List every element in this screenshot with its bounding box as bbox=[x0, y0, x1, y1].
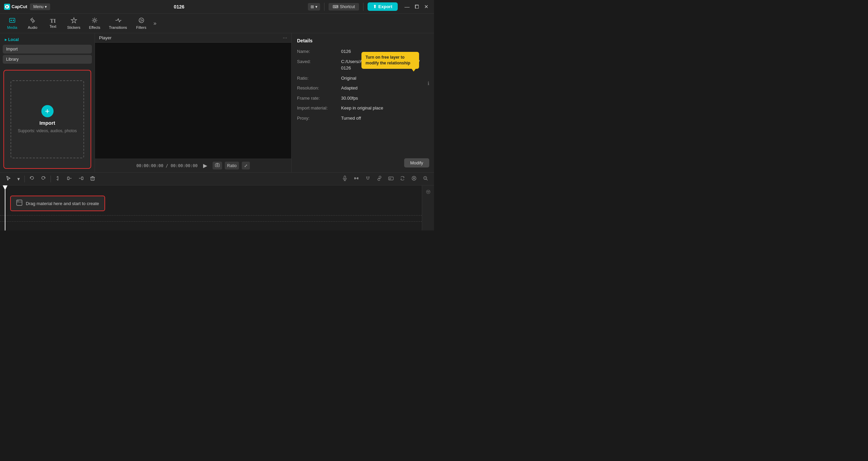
tool-audio[interactable]: Audio bbox=[23, 16, 42, 31]
close-button[interactable]: ✕ bbox=[423, 3, 430, 11]
svg-line-31 bbox=[427, 179, 428, 181]
detail-key-resolution: Resolution: bbox=[297, 85, 341, 92]
tool-stickers[interactable]: Stickers bbox=[64, 16, 84, 31]
tool-effects[interactable]: Effects bbox=[85, 16, 104, 31]
layout-button[interactable]: ⊞ ▾ bbox=[308, 3, 320, 11]
detail-key-name: Name: bbox=[297, 48, 341, 55]
tool-transitions[interactable]: Transitions bbox=[105, 16, 130, 31]
audio-label: Audio bbox=[28, 25, 37, 29]
import-area[interactable]: + Import Supports: videos, audios, photo… bbox=[3, 70, 91, 169]
main-content: ▸ Local Import Library + Import Supports… bbox=[0, 33, 434, 172]
tool-text[interactable]: TI Text bbox=[43, 17, 62, 30]
svg-rect-32 bbox=[17, 200, 22, 205]
detail-key-saved: Saved: bbox=[297, 58, 341, 72]
detail-row-framerate: Frame rate: 30.00fps bbox=[297, 95, 429, 102]
svg-rect-8 bbox=[67, 177, 69, 180]
svg-point-6 bbox=[217, 164, 218, 166]
minimize-button[interactable]: — bbox=[403, 3, 411, 11]
detail-key-proxy: Proxy: bbox=[297, 116, 341, 121]
export-label: Export bbox=[378, 4, 392, 9]
player-viewport bbox=[95, 43, 291, 159]
delete-button[interactable] bbox=[88, 175, 97, 183]
app-name: CapCut bbox=[12, 4, 27, 9]
import-dropzone[interactable]: + Import Supports: videos, audios, photo… bbox=[11, 80, 84, 158]
svg-rect-20 bbox=[357, 177, 358, 179]
player-title: Player bbox=[99, 35, 112, 40]
import-plus-icon: + bbox=[41, 105, 54, 117]
player-right-buttons: Ratio ⤢ bbox=[213, 162, 250, 169]
filters-icon bbox=[138, 17, 145, 25]
mic-button[interactable] bbox=[340, 175, 349, 183]
split-button[interactable] bbox=[54, 175, 62, 183]
audio-icon bbox=[29, 17, 36, 25]
svg-rect-5 bbox=[215, 164, 219, 167]
player-controls: 00:00:00:00 / 00:00:00:00 ▶ Ratio ⤢ bbox=[95, 159, 291, 172]
svg-rect-19 bbox=[354, 177, 356, 179]
redo-button[interactable] bbox=[39, 175, 48, 183]
capcut-logo bbox=[4, 4, 10, 10]
play-button[interactable]: ▶ bbox=[203, 162, 207, 169]
caption-button[interactable] bbox=[387, 175, 395, 183]
snap-button[interactable] bbox=[352, 175, 361, 183]
player-menu-icon[interactable]: ⋯ bbox=[283, 35, 287, 40]
tooltip-bubble: Turn on free layer to modify the relatio… bbox=[361, 52, 419, 69]
title-bar: CapCut Menu ▾ 0126 ⊞ ▾ ⌨ Shortcut ⬆ Expo… bbox=[0, 0, 434, 14]
link-button[interactable] bbox=[375, 175, 384, 183]
tool-media[interactable]: Media bbox=[3, 16, 22, 31]
timeline-content: Drag material here and start to create bbox=[0, 185, 434, 230]
shortcut-button[interactable]: ⌨ Shortcut bbox=[329, 3, 359, 11]
filters-label: Filters bbox=[136, 25, 146, 29]
timeline-settings-btn[interactable] bbox=[425, 188, 432, 197]
stickers-icon bbox=[71, 17, 77, 25]
screenshot-btn[interactable] bbox=[213, 162, 222, 169]
undo-button[interactable] bbox=[27, 175, 36, 183]
guide-line-2 bbox=[0, 221, 422, 222]
detail-row-proxy: Proxy: Turned off bbox=[297, 115, 429, 121]
detail-val-importmaterial: Keep in original place bbox=[341, 105, 383, 112]
local-arrow: ▸ bbox=[5, 37, 7, 42]
magnet-button[interactable] bbox=[363, 175, 372, 183]
menu-button[interactable]: Menu ▾ bbox=[30, 3, 50, 10]
svg-point-3 bbox=[94, 19, 96, 21]
details-panel: Details Name: 0126 Saved: C:/Users/Admin… bbox=[292, 33, 434, 172]
ratio-btn[interactable]: Ratio bbox=[225, 162, 239, 169]
timeline-right-tools bbox=[340, 175, 430, 183]
info-icon[interactable]: ℹ bbox=[428, 81, 429, 86]
divider-1 bbox=[24, 176, 25, 182]
transitions-icon bbox=[115, 17, 121, 25]
left-nav: ▸ Local Import Library bbox=[0, 33, 95, 66]
media-icon bbox=[9, 17, 16, 25]
divider-2 bbox=[51, 176, 51, 182]
media-label: Media bbox=[7, 25, 17, 29]
drag-drop-zone[interactable]: Drag material here and start to create bbox=[10, 196, 105, 211]
modify-button[interactable]: Modify bbox=[404, 158, 429, 167]
tooltip-text: Turn on free layer to modify the relatio… bbox=[366, 55, 410, 65]
export-button[interactable]: ⬆ Export bbox=[368, 2, 398, 11]
loop-button[interactable] bbox=[398, 175, 407, 183]
trim-end-button[interactable] bbox=[77, 175, 85, 183]
fullscreen-btn[interactable]: ⤢ bbox=[242, 162, 250, 169]
svg-point-1 bbox=[11, 20, 12, 21]
drag-zone-icon bbox=[16, 200, 22, 207]
player-panel: Player ⋯ 00:00:00:00 / 00:00:00:00 ▶ Rat… bbox=[95, 33, 292, 172]
trim-start-button[interactable] bbox=[65, 175, 74, 183]
svg-point-2 bbox=[32, 19, 34, 21]
toolbar-expand[interactable]: » bbox=[152, 19, 158, 28]
timecode: 00:00:00:00 / 00:00:00:00 bbox=[136, 163, 198, 168]
zoom-out-button[interactable] bbox=[421, 175, 430, 183]
delete-segment-button[interactable] bbox=[410, 175, 418, 183]
detail-val-name: 0126 bbox=[341, 48, 351, 55]
layout-chevron: ▾ bbox=[315, 4, 317, 9]
maximize-button[interactable]: ⧠ bbox=[413, 3, 421, 11]
detail-row-importmaterial: Import material: Keep in original place bbox=[297, 105, 429, 112]
export-icon: ⬆ bbox=[373, 4, 377, 9]
library-button[interactable]: Library bbox=[3, 55, 92, 64]
import-nav-button[interactable]: Import bbox=[3, 45, 92, 54]
guide-line-1 bbox=[0, 215, 422, 216]
select-dropdown[interactable]: ▾ bbox=[16, 175, 22, 183]
tool-filters[interactable]: Filters bbox=[132, 16, 151, 31]
detail-key-ratio: Ratio: bbox=[297, 75, 341, 82]
local-section: ▸ Local bbox=[3, 36, 92, 43]
transitions-label: Transitions bbox=[109, 25, 127, 29]
select-tool-button[interactable] bbox=[4, 175, 13, 183]
